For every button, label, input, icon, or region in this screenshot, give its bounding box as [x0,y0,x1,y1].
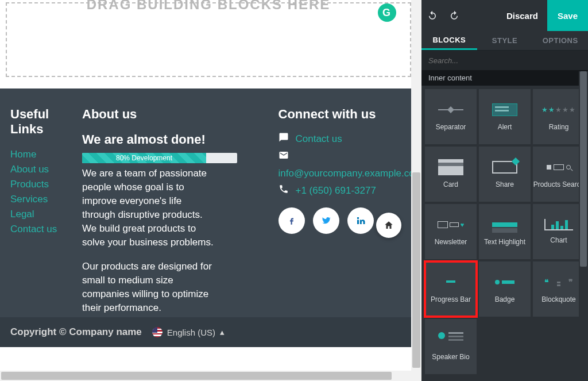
link-about[interactable]: About us [10,162,71,177]
canvas-horizontal-scrollbar[interactable] [0,371,411,381]
links-list: Home About us Products Services Legal Co… [10,147,71,237]
link-home[interactable]: Home [10,147,71,162]
tab-blocks[interactable]: BLOCKS [421,31,477,50]
home-fab-button[interactable] [376,213,401,238]
speaker-bio-icon [436,332,465,347]
chat-icon [278,132,289,145]
block-share[interactable]: Share [479,147,531,202]
editor-canvas: DRAG BUILDING BLOCKS HERE G Useful Links… [0,0,421,381]
block-separator[interactable]: Separator [425,89,477,144]
envelope-icon [278,150,289,163]
section-inner-content: Inner content [421,70,588,86]
redo-button[interactable] [443,0,465,31]
facebook-button[interactable] [278,207,305,234]
block-card[interactable]: Card [425,147,477,202]
about-column: About us We are almost done! 80% Develop… [82,107,215,325]
progress-bar-widget[interactable]: 80% Development [82,153,237,163]
block-newsletter[interactable]: ♥ Newsletter [425,204,477,259]
connect-title: Connect with us [278,107,412,122]
linkedin-button[interactable] [347,207,374,234]
block-alert[interactable]: Alert [479,89,531,144]
block-rating[interactable]: ★★★★★ Rating [533,89,585,144]
about-paragraph-1: We are a team of passionate people whose… [82,167,215,249]
discard-button[interactable]: Discard [497,0,547,31]
link-products[interactable]: Products [10,177,71,192]
block-speaker-bio[interactable]: Speaker Bio [425,319,477,374]
about-paragraph-2: Our products are designed for small to m… [82,260,215,315]
editor-side-panel: Discard Save BLOCKS STYLE OPTIONS Inner … [421,0,588,381]
products-search-icon [544,160,573,175]
chart-icon [544,219,573,230]
block-text-highlight[interactable]: Text Highlight [479,204,531,259]
flag-us-icon [152,327,163,337]
badge-icon [490,275,519,290]
link-legal[interactable]: Legal [10,207,71,222]
block-badge[interactable]: Badge [479,261,531,317]
search-input[interactable] [428,56,581,65]
contact-us-link[interactable]: Contact us [296,133,342,145]
phone-icon [278,184,289,197]
separator-icon [436,102,465,117]
tab-options[interactable]: OPTIONS [532,31,588,50]
link-services[interactable]: Services [10,192,71,207]
footer-block[interactable]: Useful Links Home About us Products Serv… [0,88,421,347]
progress-bar-icon [438,275,463,290]
text-highlight-icon [490,217,519,232]
tab-style[interactable]: STYLE [477,31,533,50]
panel-vertical-scrollbar[interactable] [579,71,588,381]
block-chart[interactable]: Chart [533,204,585,259]
language-label: English (US) [167,328,215,337]
useful-links-title: Useful Links [10,107,71,137]
alert-icon [490,102,519,117]
email-link[interactable]: info@yourcompany.example.com [278,168,422,179]
save-button[interactable]: Save [547,0,588,31]
progress-fill: 80% Development [82,153,206,163]
about-title: About us [82,107,215,122]
panel-tabs: BLOCKS STYLE OPTIONS [421,31,588,51]
canvas-vertical-scrollbar[interactable] [411,0,421,381]
about-subtitle: We are almost done! [82,132,215,147]
grammarly-badge[interactable]: G [378,3,396,22]
phone-link[interactable]: +1 (650) 691-3277 [296,185,376,197]
block-search [421,51,588,70]
copyright-bar: Copyright © Company name English (US) ▴ [0,317,421,347]
twitter-button[interactable] [313,207,339,234]
block-blockquote[interactable]: ❝❞ Blockquote [533,261,585,317]
undo-button[interactable] [421,0,443,31]
link-contact[interactable]: Contact us [10,222,71,237]
panel-toolbar: Discard Save [421,0,588,31]
language-selector[interactable]: English (US) ▴ [152,327,225,337]
dropzone[interactable]: DRAG BUILDING BLOCKS HERE G [6,2,411,77]
blocks-grid: Separator Alert ★★★★★ Rating Card Share … [421,86,588,374]
copyright-text: Copyright © Company name [10,326,142,338]
card-icon [436,160,465,175]
block-products-search[interactable]: Products Search [533,147,585,202]
rating-icon: ★★★★★ [544,102,573,117]
dropzone-label: DRAG BUILDING BLOCKS HERE [87,0,331,13]
newsletter-icon: ♥ [436,217,465,232]
blockquote-icon: ❝❞ [544,275,573,290]
block-progress-bar[interactable]: Progress Bar [425,261,477,317]
useful-links-column: Useful Links Home About us Products Serv… [10,107,71,325]
caret-up-icon: ▴ [220,327,225,337]
share-icon [490,160,519,175]
